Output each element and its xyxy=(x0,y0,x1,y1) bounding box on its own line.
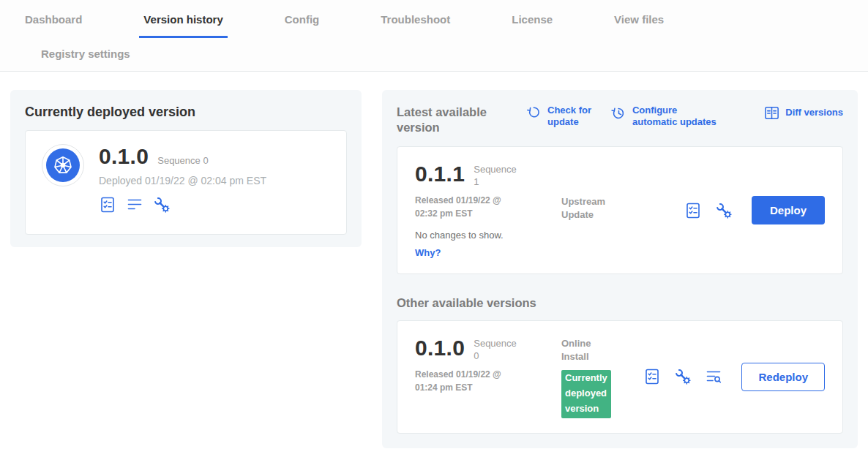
latest-version-number: 0.1.1 xyxy=(415,162,465,186)
tab-version-history[interactable]: Version history xyxy=(139,13,227,38)
deployed-version-card: 0.1.0 Sequence 0 Deployed 01/19/22 @ 02:… xyxy=(25,130,347,235)
release-notes-icon[interactable] xyxy=(99,196,116,214)
latest-available-header: Latest available version Check for updat… xyxy=(397,105,843,135)
release-notes-icon[interactable] xyxy=(643,368,661,385)
redeploy-button[interactable]: Redeploy xyxy=(741,363,825,391)
configure-updates-label-2: automatic updates xyxy=(632,116,717,128)
deployed-timestamp: Deployed 01/19/22 @ 02:04 pm EST xyxy=(99,175,266,186)
currently-deployed-badge: Currently deployed version xyxy=(561,370,611,418)
latest-available-panel: Latest available version Check for updat… xyxy=(382,90,858,448)
other-sequence-label: Sequence 0 xyxy=(474,338,519,363)
nav-row-2: Registry settings xyxy=(20,38,868,71)
check-for-update-label-1: Check for xyxy=(547,105,591,116)
deployed-sequence-label: Sequence 0 xyxy=(157,155,208,166)
configure-automatic-updates-link[interactable]: Configure automatic updates xyxy=(610,105,717,129)
other-source-label: Online Install xyxy=(561,338,591,362)
deploy-logs-icon[interactable] xyxy=(126,196,143,214)
latest-released-timestamp: Released 01/19/22 @ 02:32 pm EST xyxy=(415,194,516,220)
latest-source-label: Upstream Update xyxy=(561,195,613,259)
other-available-versions-title: Other available versions xyxy=(397,296,843,310)
tab-view-files[interactable]: View files xyxy=(610,13,668,38)
nav-row-1: Dashboard Version history Config Trouble… xyxy=(20,13,868,38)
check-for-update-link[interactable]: Check for update xyxy=(525,105,591,129)
currently-deployed-title: Currently deployed version xyxy=(25,105,347,120)
top-navigation: Dashboard Version history Config Trouble… xyxy=(0,0,868,72)
schedule-clock-icon xyxy=(610,105,627,121)
latest-version-card: 0.1.1 Sequence 1 Released 01/19/22 @ 02:… xyxy=(397,146,843,274)
tab-troubleshoot[interactable]: Troubleshoot xyxy=(376,13,454,38)
tab-license[interactable]: License xyxy=(507,13,557,38)
tab-registry-settings[interactable]: Registry settings xyxy=(37,48,815,60)
currently-deployed-panel: Currently deployed version xyxy=(10,90,362,247)
check-for-update-label-2: update xyxy=(547,116,591,128)
diff-icon xyxy=(763,105,780,121)
deploy-logs-icon[interactable] xyxy=(705,368,722,385)
other-version-number: 0.1.0 xyxy=(415,336,465,360)
main-content: Currently deployed version xyxy=(0,72,868,467)
refresh-icon xyxy=(525,105,542,121)
diff-versions-link[interactable]: Diff versions xyxy=(763,105,843,121)
config-gear-icon[interactable] xyxy=(715,202,733,219)
tab-dashboard[interactable]: Dashboard xyxy=(20,13,86,38)
kubernetes-logo-icon xyxy=(42,144,84,186)
latest-sequence-label: Sequence 1 xyxy=(474,164,519,189)
latest-available-title: Latest available version xyxy=(397,105,506,135)
deployed-actions xyxy=(99,196,266,214)
configure-updates-label-1: Configure xyxy=(632,105,717,116)
other-version-card: 0.1.0 Sequence 0 Released 01/19/22 @ 01:… xyxy=(397,320,843,433)
diff-versions-label: Diff versions xyxy=(785,107,843,118)
release-notes-icon[interactable] xyxy=(684,202,702,219)
deploy-button[interactable]: Deploy xyxy=(752,196,825,224)
deployed-version-number: 0.1.0 xyxy=(99,144,149,168)
kots-admin-console: Dashboard Version history Config Trouble… xyxy=(0,0,868,468)
other-released-timestamp: Released 01/19/22 @ 01:24 pm EST xyxy=(415,368,516,394)
no-changes-text: No changes to show. xyxy=(415,230,561,241)
config-gear-icon[interactable] xyxy=(153,196,171,214)
config-gear-icon[interactable] xyxy=(674,368,692,385)
deployed-version-info: 0.1.0 Sequence 0 Deployed 01/19/22 @ 02:… xyxy=(99,144,266,214)
why-link[interactable]: Why? xyxy=(415,247,441,258)
tab-config[interactable]: Config xyxy=(280,13,323,38)
